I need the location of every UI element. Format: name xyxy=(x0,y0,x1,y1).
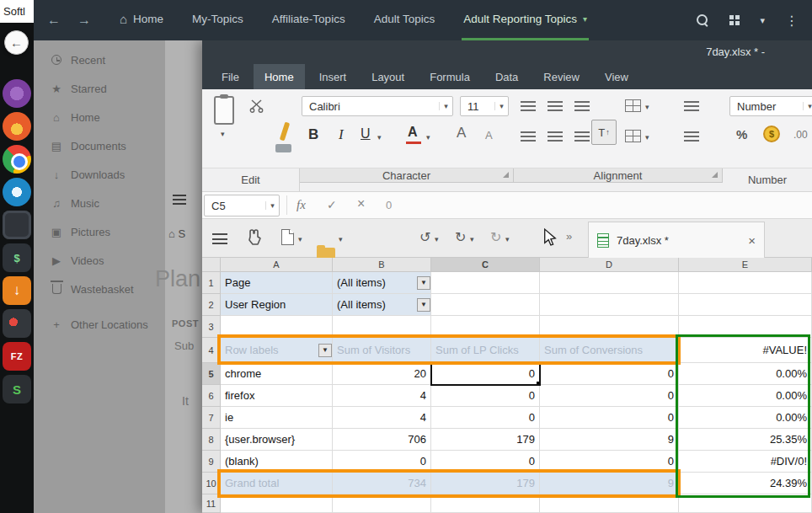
font-name-dropdown-icon[interactable]: ▾ xyxy=(439,102,452,110)
sidebar-item-music[interactable]: ♫Music xyxy=(34,189,168,217)
terminal-icon[interactable]: $ xyxy=(3,243,31,272)
fill-handle[interactable] xyxy=(536,381,540,385)
row-header-7[interactable]: 7 xyxy=(202,407,221,429)
font-size-dropdown-icon[interactable]: ▾ xyxy=(494,102,508,110)
row-header-8[interactable]: 8 xyxy=(202,429,221,451)
cell-E11[interactable] xyxy=(679,494,812,513)
sidebar-item-pictures[interactable]: ▣Pictures xyxy=(34,217,168,246)
cell-E1[interactable] xyxy=(679,272,812,294)
repeat-button[interactable]: ↻ xyxy=(490,229,501,245)
borders-icon[interactable] xyxy=(625,130,641,142)
number-format-dropdown-icon[interactable]: ▾ xyxy=(803,102,812,110)
align-top-icon[interactable] xyxy=(521,101,536,111)
row-header-2[interactable]: 2 xyxy=(202,294,221,316)
cell-D11[interactable] xyxy=(540,494,679,513)
row-header-9[interactable]: 9 xyxy=(202,451,221,473)
cell-B4[interactable]: Sum of Visitors xyxy=(333,338,431,363)
filezilla-icon[interactable]: FZ xyxy=(3,342,31,371)
underline-dropdown-icon[interactable]: ▾ xyxy=(377,133,382,142)
cell-E4[interactable]: #VALUE! xyxy=(679,338,812,363)
tab-close-icon[interactable]: × xyxy=(748,233,756,248)
confirm-entry-icon[interactable]: ✓ xyxy=(327,198,337,211)
nav-item-adult-topics[interactable]: Adult Topics xyxy=(372,0,437,40)
nav-item-my-topics[interactable]: My-Topics xyxy=(190,0,245,40)
cell-A2[interactable]: User Region xyxy=(221,294,333,316)
number-format-select[interactable]: Number ▾ xyxy=(729,96,812,116)
cell-A9[interactable]: (blank) xyxy=(221,451,333,473)
align-right-icon[interactable] xyxy=(574,131,590,142)
cut-button[interactable] xyxy=(249,99,264,113)
apps-grid-icon[interactable] xyxy=(729,15,740,25)
window-titlebar[interactable]: 7day.xlsx * - xyxy=(202,40,812,64)
cell-E9[interactable]: #DIV/0! xyxy=(679,451,812,473)
cell-C7[interactable]: 0 xyxy=(431,407,540,429)
cell-B1[interactable]: (All items)▼ xyxy=(333,272,431,294)
format-painter-button[interactable] xyxy=(273,122,295,154)
borders-dropdown-icon[interactable]: ▾ xyxy=(645,133,649,142)
row-header-11[interactable]: 11 xyxy=(202,494,221,513)
row-header-1[interactable]: 1 xyxy=(202,272,221,294)
filter-dropdown-icon[interactable]: ▼ xyxy=(318,344,332,357)
menu-view[interactable]: View xyxy=(594,64,639,89)
bold-button[interactable]: B xyxy=(308,126,318,143)
chrome-browser-icon[interactable] xyxy=(3,145,31,174)
cell-A5[interactable]: chrome xyxy=(221,363,333,385)
downloader-orange-icon[interactable]: ↓ xyxy=(3,276,31,305)
cell-E5[interactable]: 0.00% xyxy=(679,363,812,385)
cancel-entry-icon[interactable]: × xyxy=(357,196,365,211)
font-name-select[interactable]: Calibri ▾ xyxy=(302,96,453,116)
paste-dropdown-icon[interactable]: ▾ xyxy=(221,130,225,138)
menu-insert[interactable]: Insert xyxy=(308,64,358,89)
cell-B2[interactable]: (All items)▼ xyxy=(333,294,431,316)
cell-D6[interactable]: 0 xyxy=(540,385,679,407)
cell-name-box[interactable]: C5 ▾ xyxy=(204,195,280,216)
cell-D8[interactable]: 9 xyxy=(540,429,679,451)
package-dark-icon[interactable] xyxy=(3,211,31,239)
cell-D1[interactable] xyxy=(540,272,679,294)
align-center-icon[interactable] xyxy=(548,131,563,142)
cell-B8[interactable]: 706 xyxy=(333,429,431,451)
cell-E10[interactable]: 24.39% xyxy=(679,473,812,494)
cell-C1[interactable] xyxy=(431,272,540,294)
kebab-menu-icon[interactable]: ⋮ xyxy=(785,13,799,29)
cell-D4[interactable]: Sum of Conversions xyxy=(540,338,679,363)
cell-C2[interactable] xyxy=(431,294,540,316)
cell-E3[interactable] xyxy=(679,316,812,338)
column-header-B[interactable]: B xyxy=(333,258,431,272)
floating-back-button[interactable]: ← xyxy=(4,30,29,55)
cell-D2[interactable] xyxy=(540,294,679,316)
media-purple-icon[interactable] xyxy=(3,79,31,108)
cell-C8[interactable]: 179 xyxy=(431,429,540,451)
cell-E2[interactable] xyxy=(679,294,812,316)
cell-B7[interactable]: 4 xyxy=(333,407,431,429)
cell-B5[interactable]: 20 xyxy=(333,363,431,385)
shrink-font-button[interactable]: A xyxy=(485,129,493,142)
insert-function-button[interactable]: fx xyxy=(296,198,306,212)
cell-A4[interactable]: Row labels▼ xyxy=(221,338,333,363)
nav-item-home[interactable]: ⌂Home xyxy=(118,0,165,40)
filter-dropdown-icon[interactable]: ▼ xyxy=(417,276,430,290)
sidebar-item-recent[interactable]: Recent xyxy=(34,45,168,74)
cell-A10[interactable]: Grand total xyxy=(221,473,333,494)
merge-dropdown-icon[interactable]: ▾ xyxy=(645,103,649,111)
select-all-corner[interactable] xyxy=(202,258,221,272)
flame-orange-icon[interactable] xyxy=(3,112,31,141)
sidebar-item-starred[interactable]: ★Starred xyxy=(34,74,168,103)
nav-forward-icon[interactable]: → xyxy=(77,13,91,28)
cell-C5[interactable]: 0 xyxy=(431,363,540,385)
more-tools-icon[interactable]: » xyxy=(566,230,572,243)
indent-icon[interactable] xyxy=(684,131,699,142)
cell-E8[interactable]: 25.35% xyxy=(679,429,812,451)
document-tab[interactable]: 7day.xlsx * × xyxy=(588,222,765,258)
cell-C10[interactable]: 179 xyxy=(431,473,540,494)
cell-B3[interactable] xyxy=(333,316,431,338)
editor-green-icon[interactable]: S xyxy=(3,375,31,403)
cell-C3[interactable] xyxy=(431,316,540,338)
sidebar-item-downloads[interactable]: ↓Downloads xyxy=(34,160,168,189)
cell-B10[interactable]: 734 xyxy=(333,473,431,494)
cell-C9[interactable]: 0 xyxy=(431,451,540,473)
name-box-dropdown-icon[interactable]: ▾ xyxy=(265,201,279,210)
redo-button[interactable]: ↻ xyxy=(455,229,466,245)
cell-A6[interactable]: firefox xyxy=(221,385,333,407)
sidebar-item-home[interactable]: ⌂Home xyxy=(34,103,168,131)
